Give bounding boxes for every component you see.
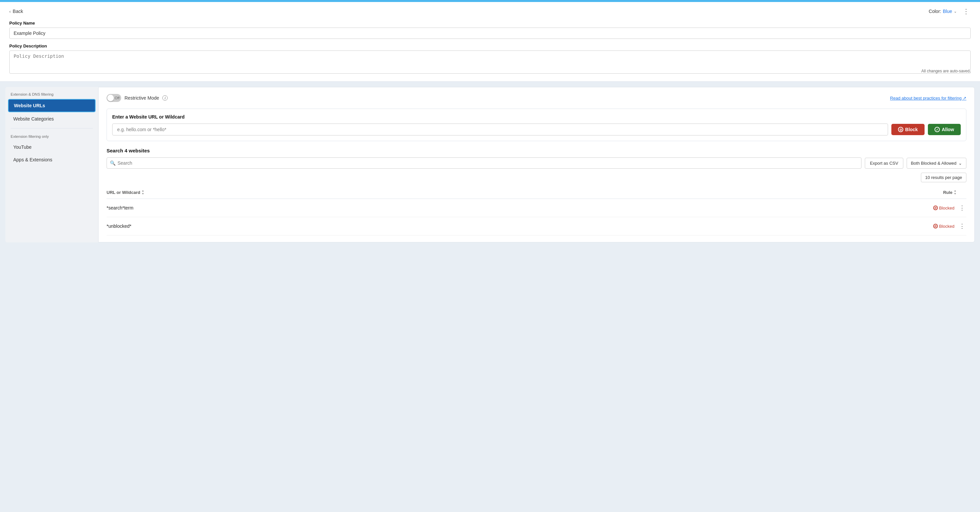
header-section: ‹ Back Color: Blue ⌄ ⋮ Policy Name Polic…: [0, 2, 980, 82]
table-header: URL or Wildcard ▲▼ Rule ▲▼: [107, 186, 966, 199]
filter-dropdown-label: Both Blocked & Allowed: [911, 161, 956, 166]
sidebar-item-website-categories[interactable]: Website Categories: [8, 113, 95, 125]
policy-desc-label: Policy Description: [9, 43, 971, 48]
filter-dropdown[interactable]: Both Blocked & Allowed ⌄: [907, 158, 966, 169]
toggle-off-label: Off: [115, 96, 119, 100]
policy-desc-wrapper: All changes are auto-saved.: [9, 51, 971, 75]
policy-desc-input[interactable]: [9, 51, 971, 74]
rule-sort-icon[interactable]: ▲▼: [954, 189, 956, 195]
filter-dropdown-chevron: ⌄: [958, 161, 962, 166]
color-value[interactable]: Blue: [943, 9, 952, 14]
search-controls-row: 🔍 Export as CSV Both Blocked & Allowed ⌄: [107, 157, 966, 169]
restrictive-mode-toggle[interactable]: Off: [107, 94, 121, 102]
search-input-wrapper: 🔍: [107, 157, 861, 169]
chevron-left-icon: ‹: [9, 9, 11, 14]
table-col-rule-header: Rule ▲▼: [907, 189, 966, 195]
table-row: *unblocked* ⊘ Blocked ⋮: [107, 217, 966, 235]
url-sort-icon[interactable]: ▲▼: [142, 189, 145, 195]
back-button[interactable]: ‹ Back: [9, 9, 23, 14]
allow-btn-label: Allow: [942, 127, 954, 132]
sidebar-extension-only-label: Extension filtering only: [5, 132, 98, 141]
row-more-button-0[interactable]: ⋮: [958, 204, 966, 212]
url-input-row: ⊘ Block ✓ Allow: [112, 124, 961, 135]
best-practices-link[interactable]: Read about best practices for filtering …: [890, 95, 966, 100]
toggle-knob: [107, 95, 114, 101]
sidebar-item-youtube-label: YouTube: [13, 145, 32, 150]
sidebar-item-website-categories-label: Website Categories: [13, 116, 54, 121]
url-input-section: Enter a Website URL or Wildcard ⊘ Block …: [107, 108, 966, 141]
sidebar-item-apps-extensions-label: Apps & Extensions: [13, 157, 52, 162]
url-section-title: Enter a Website URL or Wildcard: [112, 114, 961, 119]
table-cell-url-1: *unblocked*: [107, 223, 907, 229]
rule-value-0: Blocked: [939, 205, 955, 210]
sidebar-item-youtube[interactable]: YouTube: [8, 141, 95, 153]
search-section-title: Search 4 websites: [107, 148, 966, 153]
sidebar-item-website-urls-label: Website URLs: [14, 103, 45, 108]
policy-name-input[interactable]: [9, 27, 971, 39]
block-btn-label: Block: [905, 127, 918, 132]
allow-icon: ✓: [934, 127, 940, 132]
block-button[interactable]: ⊘ Block: [891, 124, 924, 135]
url-col-label: URL or Wildcard: [107, 190, 140, 195]
main-content: Extension & DNS filtering Website URLs W…: [0, 82, 980, 248]
auto-saved-text: All changes are auto-saved.: [921, 69, 971, 73]
search-input[interactable]: [107, 157, 861, 169]
restrictive-mode-row: Off Restrictive Mode i Read about best p…: [107, 94, 966, 102]
restrictive-mode-label: Restrictive Mode: [124, 95, 159, 100]
sidebar-divider: [11, 128, 93, 129]
color-label: Color:: [929, 9, 941, 14]
block-circle-icon-0: ⊘: [933, 205, 938, 210]
sidebar-item-website-urls[interactable]: Website URLs: [8, 99, 95, 112]
rule-value-1: Blocked: [939, 224, 955, 229]
info-icon[interactable]: i: [162, 95, 168, 100]
blocked-badge-1: ⊘ Blocked: [933, 224, 955, 229]
sidebar-section-label: Extension & DNS filtering: [5, 92, 98, 99]
color-selector: Color: Blue ⌄: [929, 9, 957, 14]
chevron-down-icon[interactable]: ⌄: [954, 9, 957, 14]
search-icon: 🔍: [110, 161, 116, 166]
allow-button[interactable]: ✓ Allow: [928, 124, 961, 135]
policy-name-label: Policy Name: [9, 21, 971, 25]
table-row: *search*term ⊘ Blocked ⋮: [107, 199, 966, 217]
block-icon: ⊘: [898, 127, 903, 132]
right-panel: Off Restrictive Mode i Read about best p…: [98, 87, 975, 242]
blocked-badge-0: ⊘ Blocked: [933, 205, 955, 210]
policy-name-field: Policy Name: [9, 21, 971, 39]
sidebar: Extension & DNS filtering Website URLs W…: [5, 87, 98, 242]
table-col-url-header: URL or Wildcard ▲▼: [107, 189, 907, 195]
table-cell-url-0: *search*term: [107, 205, 907, 210]
back-label: Back: [13, 9, 23, 14]
url-text-input[interactable]: [112, 124, 888, 135]
rule-col-label: Rule: [943, 190, 953, 195]
more-options-button[interactable]: ⋮: [961, 7, 971, 15]
header-top-row: ‹ Back Color: Blue ⌄ ⋮: [9, 7, 971, 15]
header-right: Color: Blue ⌄ ⋮: [929, 7, 971, 15]
toggle-track: Off: [107, 94, 121, 102]
results-per-page-row: 10 results per page: [107, 173, 966, 182]
row-more-button-1[interactable]: ⋮: [958, 222, 966, 231]
results-per-page-button[interactable]: 10 results per page: [921, 173, 966, 182]
export-csv-button[interactable]: Export as CSV: [865, 158, 903, 169]
table-cell-rule-0: ⊘ Blocked ⋮: [907, 204, 966, 212]
restrictive-left: Off Restrictive Mode i: [107, 94, 168, 102]
table-cell-rule-1: ⊘ Blocked ⋮: [907, 222, 966, 231]
policy-desc-field: Policy Description All changes are auto-…: [9, 43, 971, 75]
sidebar-item-apps-extensions[interactable]: Apps & Extensions: [8, 154, 95, 166]
block-circle-icon-1: ⊘: [933, 224, 938, 229]
